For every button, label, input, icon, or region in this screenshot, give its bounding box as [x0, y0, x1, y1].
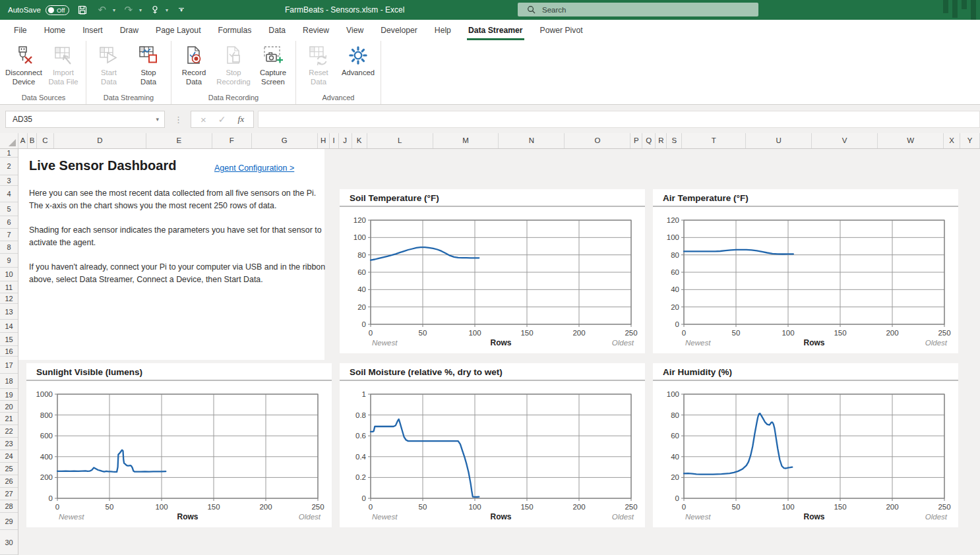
column-header-O[interactable]: O [565, 133, 630, 148]
ribbon-tab-file[interactable]: File [5, 20, 36, 41]
ribbon-tab-insert[interactable]: Insert [74, 20, 111, 41]
name-box[interactable]: ▾ [5, 111, 165, 128]
ribbon-tab-data-streamer[interactable]: Data Streamer [460, 20, 532, 41]
ribbon-tab-view[interactable]: View [338, 20, 372, 41]
row-header-22[interactable]: 22 [0, 425, 18, 438]
column-header-L[interactable]: L [367, 133, 433, 148]
row-header-19[interactable]: 19 [0, 389, 18, 401]
autosave-toggle[interactable]: AutoSave Off [8, 5, 69, 15]
agent-configuration-link[interactable]: Agent Configuration > [214, 163, 294, 173]
ribbon-tab-draw[interactable]: Draw [111, 20, 147, 41]
undo-dropdown-icon[interactable]: ▾ [113, 7, 115, 13]
undo-button[interactable]: ↶ [96, 3, 109, 17]
column-header-S[interactable]: S [667, 133, 682, 148]
column-header-A[interactable]: A [18, 133, 28, 148]
column-header-Y[interactable]: Y [960, 133, 980, 148]
name-box-dropdown-icon[interactable]: ▾ [156, 116, 159, 123]
row-header-17[interactable]: 17 [0, 357, 18, 374]
touch-mouse-mode-button[interactable] [148, 3, 162, 17]
column-header-E[interactable]: E [146, 133, 212, 148]
ribbon-tab-review[interactable]: Review [294, 20, 338, 41]
row-header-23[interactable]: 23 [0, 438, 18, 450]
column-header-X[interactable]: X [944, 133, 960, 148]
ribbon-tab-power-pivot[interactable]: Power Pivot [532, 20, 592, 41]
row-header-30[interactable]: 30 [0, 530, 18, 555]
row-header-1[interactable]: 1 [0, 149, 18, 158]
insert-function-icon[interactable]: fx [238, 114, 245, 125]
row-header-21[interactable]: 21 [0, 413, 18, 425]
row-header-8[interactable]: 8 [0, 241, 18, 254]
redo-button[interactable]: ↷ [122, 3, 135, 17]
search-input[interactable] [542, 6, 727, 14]
column-header-T[interactable]: T [682, 133, 746, 148]
column-header-R[interactable]: R [656, 133, 667, 148]
row-header-5[interactable]: 5 [0, 202, 18, 216]
column-header-K[interactable]: K [352, 133, 367, 148]
column-header-J[interactable]: J [339, 133, 352, 148]
row-header-9[interactable]: 9 [0, 254, 18, 268]
stop-recording-button[interactable]: StopRecording [216, 43, 251, 91]
column-header-I[interactable]: I [330, 133, 339, 148]
row-header-7[interactable]: 7 [0, 229, 18, 241]
ribbon-tab-data[interactable]: Data [260, 20, 294, 41]
chart-panel-air-temperature[interactable]: Air Temperature (°F) 0204060801001200501… [653, 189, 958, 353]
record-data-button[interactable]: RecordData [176, 43, 212, 91]
column-header-B[interactable]: B [28, 133, 37, 148]
advanced-button[interactable]: Advanced [340, 43, 376, 91]
row-header-25[interactable]: 25 [0, 463, 18, 475]
sheet-grid[interactable]: Live Sensor Dashboard Agent Configuratio… [18, 149, 980, 555]
column-header-C[interactable]: C [37, 133, 54, 148]
start-data-button[interactable]: StartData [91, 43, 127, 91]
formula-input[interactable] [259, 111, 979, 127]
row-header-11[interactable]: 11 [0, 281, 18, 293]
autosave-toggle-pill[interactable]: Off [46, 5, 69, 15]
row-header-27[interactable]: 27 [0, 488, 18, 500]
column-header-M[interactable]: M [433, 133, 499, 148]
row-header-18[interactable]: 18 [0, 374, 18, 389]
import-data-file-button[interactable]: ImportData File [46, 43, 81, 91]
air-humidity-chart[interactable]: 020406080100050100150200250NewestRowsOld… [653, 381, 958, 527]
sunlight-visible-chart[interactable]: 02004006008001000050100150200250NewestRo… [26, 381, 332, 527]
column-header-G[interactable]: G [252, 133, 318, 148]
soil-temperature-chart[interactable]: 020406080100120050100150200250NewestRows… [340, 207, 645, 353]
row-header-24[interactable]: 24 [0, 450, 18, 463]
reset-data-button[interactable]: ResetData [301, 43, 336, 91]
ribbon-tab-home[interactable]: Home [36, 20, 75, 41]
row-header-14[interactable]: 14 [0, 320, 18, 333]
name-box-input[interactable] [6, 115, 138, 124]
select-all-corner[interactable] [0, 133, 18, 148]
ribbon-tab-help[interactable]: Help [426, 20, 460, 41]
column-header-V[interactable]: V [812, 133, 878, 148]
air-temperature-chart[interactable]: 020406080100120050100150200250NewestRows… [653, 207, 958, 353]
ribbon-tab-formulas[interactable]: Formulas [210, 20, 260, 41]
row-header-20[interactable]: 20 [0, 401, 18, 413]
chart-panel-sunlight-visible[interactable]: Sunlight Visible (lumens) 02004006008001… [26, 363, 332, 527]
enter-icon[interactable]: ✓ [218, 114, 226, 125]
redo-dropdown-icon[interactable]: ▾ [139, 7, 142, 13]
stop-data-button[interactable]: StopData [131, 43, 166, 91]
row-header-26[interactable]: 26 [0, 475, 18, 488]
customize-qat-button[interactable]: ▾ [175, 3, 188, 17]
row-header-3[interactable]: 3 [0, 175, 18, 186]
column-header-P[interactable]: P [630, 133, 642, 148]
search-box[interactable] [518, 3, 758, 16]
chart-panel-air-humidity[interactable]: Air Humidity (%) 02040608010005010015020… [653, 363, 958, 527]
row-header-28[interactable]: 28 [0, 500, 18, 513]
row-header-13[interactable]: 13 [0, 304, 18, 320]
column-header-H[interactable]: H [318, 133, 330, 148]
row-header-10[interactable]: 10 [0, 268, 18, 281]
row-header-2[interactable]: 2 [0, 158, 18, 175]
soil-moisture-chart[interactable]: 00.20.40.60.81050100150200250NewestRowsO… [340, 381, 645, 527]
column-header-N[interactable]: N [499, 133, 565, 148]
chart-panel-soil-temperature[interactable]: Soil Temperature (°F) 020406080100120050… [340, 189, 645, 353]
row-header-29[interactable]: 29 [0, 513, 18, 530]
column-header-W[interactable]: W [878, 133, 944, 148]
save-button[interactable] [76, 3, 89, 17]
column-header-D[interactable]: D [54, 133, 146, 148]
row-header-15[interactable]: 15 [0, 333, 18, 346]
chart-panel-soil-moisture[interactable]: Soil Moisture (relative %, dry to wet) 0… [340, 363, 645, 527]
ribbon-tab-page-layout[interactable]: Page Layout [147, 20, 209, 41]
disconnect-device-button[interactable]: DisconnectDevice [6, 43, 42, 91]
capture-screen-button[interactable]: CaptureScreen [255, 43, 291, 91]
column-header-U[interactable]: U [746, 133, 812, 148]
